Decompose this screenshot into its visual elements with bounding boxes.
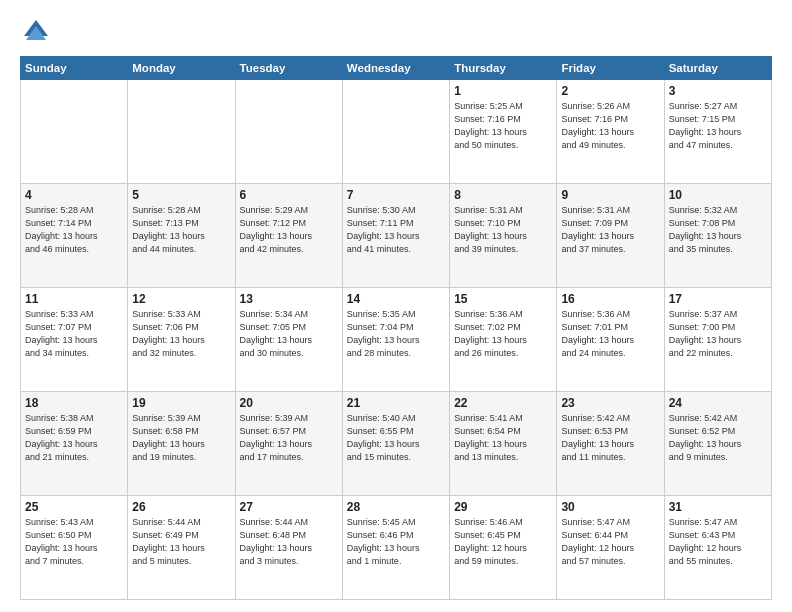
day-info: Sunrise: 5:47 AM Sunset: 6:44 PM Dayligh… [561,516,659,568]
calendar-cell: 11Sunrise: 5:33 AM Sunset: 7:07 PM Dayli… [21,288,128,392]
day-info: Sunrise: 5:35 AM Sunset: 7:04 PM Dayligh… [347,308,445,360]
weekday-header: Tuesday [235,57,342,80]
day-number: 24 [669,396,767,410]
calendar-cell: 22Sunrise: 5:41 AM Sunset: 6:54 PM Dayli… [450,392,557,496]
day-info: Sunrise: 5:42 AM Sunset: 6:52 PM Dayligh… [669,412,767,464]
day-number: 11 [25,292,123,306]
calendar-cell: 24Sunrise: 5:42 AM Sunset: 6:52 PM Dayli… [664,392,771,496]
calendar-cell: 13Sunrise: 5:34 AM Sunset: 7:05 PM Dayli… [235,288,342,392]
day-info: Sunrise: 5:32 AM Sunset: 7:08 PM Dayligh… [669,204,767,256]
day-number: 16 [561,292,659,306]
calendar-week-row: 11Sunrise: 5:33 AM Sunset: 7:07 PM Dayli… [21,288,772,392]
calendar-cell: 26Sunrise: 5:44 AM Sunset: 6:49 PM Dayli… [128,496,235,600]
day-number: 10 [669,188,767,202]
calendar-cell [342,80,449,184]
day-number: 31 [669,500,767,514]
weekday-header: Wednesday [342,57,449,80]
calendar-cell: 23Sunrise: 5:42 AM Sunset: 6:53 PM Dayli… [557,392,664,496]
weekday-header: Sunday [21,57,128,80]
calendar-cell: 2Sunrise: 5:26 AM Sunset: 7:16 PM Daylig… [557,80,664,184]
day-info: Sunrise: 5:29 AM Sunset: 7:12 PM Dayligh… [240,204,338,256]
calendar-table: SundayMondayTuesdayWednesdayThursdayFrid… [20,56,772,600]
day-number: 28 [347,500,445,514]
day-number: 7 [347,188,445,202]
day-number: 9 [561,188,659,202]
calendar-cell [21,80,128,184]
calendar-cell: 5Sunrise: 5:28 AM Sunset: 7:13 PM Daylig… [128,184,235,288]
day-info: Sunrise: 5:36 AM Sunset: 7:01 PM Dayligh… [561,308,659,360]
day-info: Sunrise: 5:44 AM Sunset: 6:49 PM Dayligh… [132,516,230,568]
calendar-header: SundayMondayTuesdayWednesdayThursdayFrid… [21,57,772,80]
day-info: Sunrise: 5:43 AM Sunset: 6:50 PM Dayligh… [25,516,123,568]
day-number: 17 [669,292,767,306]
day-info: Sunrise: 5:37 AM Sunset: 7:00 PM Dayligh… [669,308,767,360]
calendar-cell: 16Sunrise: 5:36 AM Sunset: 7:01 PM Dayli… [557,288,664,392]
day-info: Sunrise: 5:40 AM Sunset: 6:55 PM Dayligh… [347,412,445,464]
day-info: Sunrise: 5:39 AM Sunset: 6:58 PM Dayligh… [132,412,230,464]
day-info: Sunrise: 5:45 AM Sunset: 6:46 PM Dayligh… [347,516,445,568]
calendar-cell: 9Sunrise: 5:31 AM Sunset: 7:09 PM Daylig… [557,184,664,288]
day-number: 6 [240,188,338,202]
weekday-row: SundayMondayTuesdayWednesdayThursdayFrid… [21,57,772,80]
day-number: 4 [25,188,123,202]
calendar-cell [128,80,235,184]
day-number: 2 [561,84,659,98]
day-number: 26 [132,500,230,514]
calendar-cell: 21Sunrise: 5:40 AM Sunset: 6:55 PM Dayli… [342,392,449,496]
day-number: 25 [25,500,123,514]
calendar-cell: 17Sunrise: 5:37 AM Sunset: 7:00 PM Dayli… [664,288,771,392]
day-number: 1 [454,84,552,98]
calendar-cell: 14Sunrise: 5:35 AM Sunset: 7:04 PM Dayli… [342,288,449,392]
day-info: Sunrise: 5:31 AM Sunset: 7:10 PM Dayligh… [454,204,552,256]
calendar-cell: 18Sunrise: 5:38 AM Sunset: 6:59 PM Dayli… [21,392,128,496]
header [20,16,772,48]
weekday-header: Thursday [450,57,557,80]
day-number: 30 [561,500,659,514]
calendar-cell: 3Sunrise: 5:27 AM Sunset: 7:15 PM Daylig… [664,80,771,184]
logo [20,16,56,48]
day-info: Sunrise: 5:33 AM Sunset: 7:06 PM Dayligh… [132,308,230,360]
day-info: Sunrise: 5:27 AM Sunset: 7:15 PM Dayligh… [669,100,767,152]
calendar-cell: 31Sunrise: 5:47 AM Sunset: 6:43 PM Dayli… [664,496,771,600]
day-number: 19 [132,396,230,410]
calendar-cell: 28Sunrise: 5:45 AM Sunset: 6:46 PM Dayli… [342,496,449,600]
day-info: Sunrise: 5:41 AM Sunset: 6:54 PM Dayligh… [454,412,552,464]
day-info: Sunrise: 5:28 AM Sunset: 7:14 PM Dayligh… [25,204,123,256]
day-number: 3 [669,84,767,98]
day-info: Sunrise: 5:44 AM Sunset: 6:48 PM Dayligh… [240,516,338,568]
calendar-cell [235,80,342,184]
calendar-cell: 29Sunrise: 5:46 AM Sunset: 6:45 PM Dayli… [450,496,557,600]
day-number: 22 [454,396,552,410]
calendar-cell: 27Sunrise: 5:44 AM Sunset: 6:48 PM Dayli… [235,496,342,600]
calendar-week-row: 4Sunrise: 5:28 AM Sunset: 7:14 PM Daylig… [21,184,772,288]
day-info: Sunrise: 5:30 AM Sunset: 7:11 PM Dayligh… [347,204,445,256]
calendar-cell: 12Sunrise: 5:33 AM Sunset: 7:06 PM Dayli… [128,288,235,392]
calendar-cell: 30Sunrise: 5:47 AM Sunset: 6:44 PM Dayli… [557,496,664,600]
calendar-cell: 8Sunrise: 5:31 AM Sunset: 7:10 PM Daylig… [450,184,557,288]
calendar-cell: 10Sunrise: 5:32 AM Sunset: 7:08 PM Dayli… [664,184,771,288]
calendar-cell: 4Sunrise: 5:28 AM Sunset: 7:14 PM Daylig… [21,184,128,288]
weekday-header: Friday [557,57,664,80]
calendar-cell: 1Sunrise: 5:25 AM Sunset: 7:16 PM Daylig… [450,80,557,184]
day-info: Sunrise: 5:42 AM Sunset: 6:53 PM Dayligh… [561,412,659,464]
logo-icon [20,16,52,48]
calendar-week-row: 18Sunrise: 5:38 AM Sunset: 6:59 PM Dayli… [21,392,772,496]
day-number: 20 [240,396,338,410]
day-number: 18 [25,396,123,410]
page: SundayMondayTuesdayWednesdayThursdayFrid… [0,0,792,612]
day-number: 21 [347,396,445,410]
day-number: 8 [454,188,552,202]
day-number: 29 [454,500,552,514]
calendar-cell: 19Sunrise: 5:39 AM Sunset: 6:58 PM Dayli… [128,392,235,496]
day-info: Sunrise: 5:47 AM Sunset: 6:43 PM Dayligh… [669,516,767,568]
day-info: Sunrise: 5:31 AM Sunset: 7:09 PM Dayligh… [561,204,659,256]
day-number: 27 [240,500,338,514]
day-info: Sunrise: 5:36 AM Sunset: 7:02 PM Dayligh… [454,308,552,360]
day-number: 12 [132,292,230,306]
day-info: Sunrise: 5:28 AM Sunset: 7:13 PM Dayligh… [132,204,230,256]
calendar-cell: 6Sunrise: 5:29 AM Sunset: 7:12 PM Daylig… [235,184,342,288]
day-info: Sunrise: 5:25 AM Sunset: 7:16 PM Dayligh… [454,100,552,152]
day-info: Sunrise: 5:39 AM Sunset: 6:57 PM Dayligh… [240,412,338,464]
weekday-header: Monday [128,57,235,80]
weekday-header: Saturday [664,57,771,80]
